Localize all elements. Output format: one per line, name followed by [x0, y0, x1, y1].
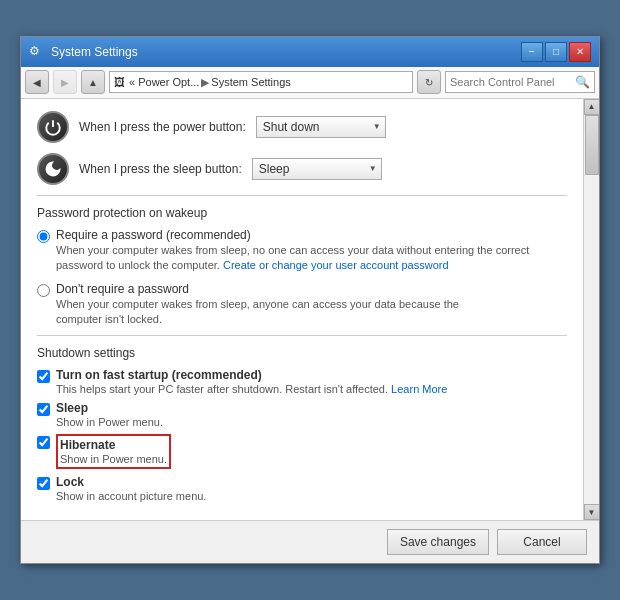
address-path[interactable]: 🖼 « Power Opt... ▶ System Settings	[109, 71, 413, 93]
power-icon	[37, 111, 69, 143]
scrollbar-track[interactable]	[585, 115, 599, 505]
lock-item: Lock Show in account picture menu.	[37, 475, 567, 502]
title-bar-left: ⚙ System Settings	[29, 44, 138, 60]
lock-checkbox[interactable]	[37, 477, 50, 490]
close-button[interactable]: ✕	[569, 42, 591, 62]
search-icon[interactable]: 🔍	[575, 75, 590, 89]
learn-more-link[interactable]: Learn More	[391, 383, 447, 395]
window-title: System Settings	[51, 45, 138, 59]
maximize-button[interactable]: □	[545, 42, 567, 62]
search-box: 🔍	[445, 71, 595, 93]
back-button[interactable]: ◀	[25, 70, 49, 94]
lock-content: Lock Show in account picture menu.	[56, 475, 567, 502]
content-area: When I press the power button: Shut down…	[21, 99, 599, 521]
password-section-title: Password protection on wakeup	[37, 206, 567, 220]
power-button-dropdown[interactable]: Shut down ▼	[256, 116, 386, 138]
sleep-button-label: When I press the sleep button:	[79, 162, 242, 176]
cancel-button[interactable]: Cancel	[497, 529, 587, 555]
shutdown-divider	[37, 335, 567, 336]
path-icon: 🖼	[114, 76, 125, 88]
title-buttons: − □ ✕	[521, 42, 591, 62]
sleep-content: Sleep Show in Power menu.	[56, 401, 567, 428]
save-changes-button[interactable]: Save changes	[387, 529, 489, 555]
password-divider	[37, 195, 567, 196]
power-button-value: Shut down	[263, 120, 320, 134]
scrollbar: ▲ ▼	[583, 99, 599, 521]
scrollbar-thumb[interactable]	[585, 115, 599, 175]
sleep-desc: Show in Power menu.	[56, 416, 567, 428]
hibernate-highlight-box: Hibernate Show in Power menu.	[56, 434, 171, 469]
fast-startup-desc: This helps start your PC faster after sh…	[56, 383, 567, 395]
no-password-item: Don't require a password When your compu…	[37, 282, 567, 328]
title-bar: ⚙ System Settings − □ ✕	[21, 37, 599, 67]
hibernate-label: Hibernate	[60, 438, 167, 452]
fast-startup-content: Turn on fast startup (recommended) This …	[56, 368, 567, 395]
hibernate-desc: Show in Power menu.	[60, 453, 167, 465]
change-password-link[interactable]: Create or change your user account passw…	[223, 259, 449, 271]
no-password-content: Don't require a password When your compu…	[56, 282, 567, 328]
no-password-label: Don't require a password	[56, 282, 567, 296]
require-password-content: Require a password (recommended) When yo…	[56, 228, 567, 274]
no-password-radio[interactable]	[37, 284, 50, 297]
sleep-button-dropdown[interactable]: Sleep ▼	[252, 158, 382, 180]
search-input[interactable]	[450, 76, 575, 88]
scroll-up-button[interactable]: ▲	[584, 99, 600, 115]
path-prefix: « Power Opt...	[129, 76, 199, 88]
require-password-label: Require a password (recommended)	[56, 228, 567, 242]
fast-startup-checkbox[interactable]	[37, 370, 50, 383]
shutdown-section-title: Shutdown settings	[37, 346, 567, 360]
hibernate-item: Hibernate Show in Power menu.	[37, 434, 567, 469]
require-password-desc: When your computer wakes from sleep, no …	[56, 243, 567, 274]
forward-button[interactable]: ▶	[53, 70, 77, 94]
system-settings-window: ⚙ System Settings − □ ✕ ◀ ▶ ▲ 🖼 « Power …	[20, 36, 600, 565]
sleep-dropdown-arrow: ▼	[369, 164, 377, 173]
hibernate-content: Hibernate Show in Power menu.	[56, 434, 567, 469]
sleep-item: Sleep Show in Power menu.	[37, 401, 567, 428]
minimize-button[interactable]: −	[521, 42, 543, 62]
main-content: When I press the power button: Shut down…	[21, 99, 583, 521]
require-password-radio[interactable]	[37, 230, 50, 243]
fast-startup-label: Turn on fast startup (recommended)	[56, 368, 567, 382]
power-button-label: When I press the power button:	[79, 120, 246, 134]
password-radio-group: Require a password (recommended) When yo…	[37, 228, 567, 328]
sleep-button-value: Sleep	[259, 162, 290, 176]
sleep-icon	[37, 153, 69, 185]
path-current: System Settings	[211, 76, 290, 88]
shutdown-checkbox-group: Turn on fast startup (recommended) This …	[37, 368, 567, 502]
scroll-down-button[interactable]: ▼	[584, 504, 600, 520]
require-password-item: Require a password (recommended) When yo…	[37, 228, 567, 274]
fast-startup-item: Turn on fast startup (recommended) This …	[37, 368, 567, 395]
path-separator: ▶	[201, 76, 209, 89]
lock-label: Lock	[56, 475, 567, 489]
power-dropdown-arrow: ▼	[373, 122, 381, 131]
window-icon: ⚙	[29, 44, 45, 60]
lock-desc: Show in account picture menu.	[56, 490, 567, 502]
sleep-checkbox[interactable]	[37, 403, 50, 416]
address-bar: ◀ ▶ ▲ 🖼 « Power Opt... ▶ System Settings…	[21, 67, 599, 99]
hibernate-checkbox[interactable]	[37, 436, 50, 449]
refresh-button[interactable]: ↻	[417, 70, 441, 94]
no-password-desc: When your computer wakes from sleep, any…	[56, 297, 567, 328]
bottom-bar: Save changes Cancel	[21, 520, 599, 563]
sleep-button-row: When I press the sleep button: Sleep ▼	[37, 153, 567, 185]
power-button-row: When I press the power button: Shut down…	[37, 111, 567, 143]
sleep-label: Sleep	[56, 401, 567, 415]
up-button[interactable]: ▲	[81, 70, 105, 94]
